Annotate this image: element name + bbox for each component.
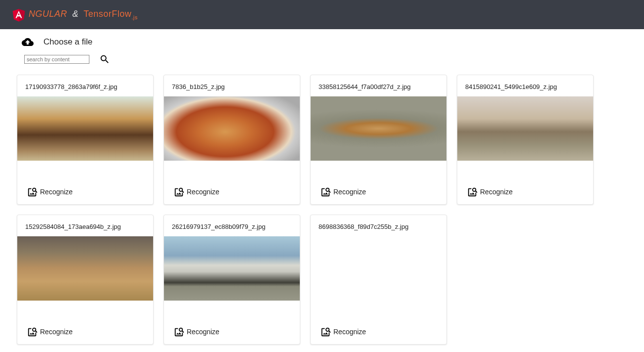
card-filename: 26216979137_ec88b09f79_z.jpg [164,215,300,236]
image-card: 8415890241_5499c1e609_z.jpg Recognize [457,75,594,205]
brand-text: NGULAR & TensorFlow.js [29,9,138,20]
file-upload-row[interactable]: Choose a file [22,36,622,48]
brand-tensor-text: Tensor [83,9,112,19]
brand-logo: NGULAR & TensorFlow.js [12,8,138,22]
card-actions: Recognize [17,319,153,344]
card-filename: 8415890241_5499c1e609_z.jpg [457,75,593,96]
search-icon[interactable] [99,54,110,65]
controls-area: Choose a file [0,29,644,65]
brand-js-text: .js [131,14,138,20]
card-actions: Recognize [164,319,300,344]
image-search-icon [27,326,38,337]
app-toolbar: NGULAR & TensorFlow.js [0,0,644,29]
card-actions: Recognize [164,179,300,204]
recognize-label: Recognize [333,328,366,336]
recognize-label: Recognize [333,188,366,196]
image-search-icon [174,326,185,337]
card-filename: 33858125644_f7a00df27d_z.jpg [311,75,446,96]
card-thumbnail [17,236,153,301]
recognize-label: Recognize [40,328,73,336]
card-thumbnail [311,236,446,301]
recognize-button[interactable]: Recognize [317,183,370,200]
recognize-label: Recognize [187,188,219,196]
recognize-button[interactable]: Recognize [23,323,77,340]
image-card: 8698836368_f89d7c255b_z.jpg Recognize [310,215,447,345]
recognize-label: Recognize [40,188,73,196]
search-row [24,54,622,65]
card-filename: 8698836368_f89d7c255b_z.jpg [311,215,446,236]
card-thumbnail [17,96,153,161]
image-card: 26216979137_ec88b09f79_z.jpg Recognize [163,215,300,345]
search-input[interactable] [24,55,89,64]
image-card: 15292584084_173aea694b_z.jpg Recognize [17,215,154,345]
recognize-button[interactable]: Recognize [317,323,370,340]
card-thumbnail [457,96,593,161]
card-filename: 15292584084_173aea694b_z.jpg [17,215,153,236]
brand-amp-text: & [70,9,81,19]
card-actions: Recognize [17,179,153,204]
recognize-label: Recognize [480,188,513,196]
recognize-button[interactable]: Recognize [463,183,517,200]
image-card: 17190933778_2863a79f6f_z.jpg Recognize [17,75,154,205]
image-search-icon [321,326,331,337]
card-thumbnail [164,236,300,301]
card-thumbnail [164,96,300,161]
card-filename: 7836_b1b25_z.jpg [164,75,300,96]
image-search-icon [27,186,38,197]
image-search-icon [467,186,478,197]
recognize-button[interactable]: Recognize [23,183,77,200]
choose-file-label: Choose a file [43,37,92,47]
card-actions: Recognize [311,179,446,204]
recognize-label: Recognize [187,328,219,336]
image-search-icon [174,186,185,197]
brand-flow-text: Flow [112,9,131,19]
cloud-upload-icon [22,36,34,48]
image-card: 33858125644_f7a00df27d_z.jpg Recognize [310,75,447,205]
image-card: 7836_b1b25_z.jpg Recognize [163,75,300,205]
image-search-icon [321,186,331,197]
card-thumbnail [311,96,446,161]
card-filename: 17190933778_2863a79f6f_z.jpg [17,75,153,96]
brand-angular-text: NGULAR [29,9,67,19]
recognize-button[interactable]: Recognize [170,323,223,340]
image-grid: 17190933778_2863a79f6f_z.jpg Recognize78… [0,65,644,352]
card-actions: Recognize [311,319,446,344]
recognize-button[interactable]: Recognize [170,183,223,200]
card-actions: Recognize [457,179,593,204]
angular-shield-icon [12,8,26,22]
